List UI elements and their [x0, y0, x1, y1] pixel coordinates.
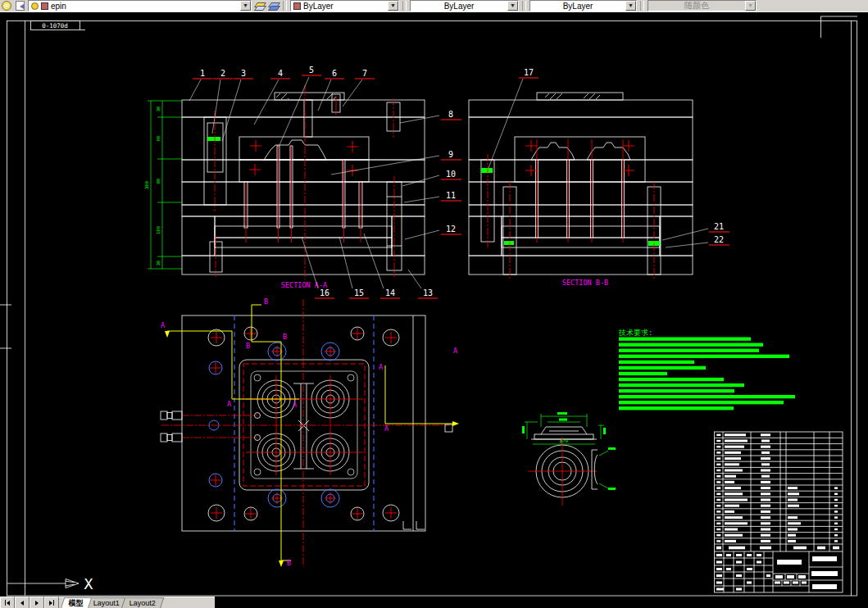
layer-color-swatch	[41, 2, 48, 10]
sheet-corner-label-box: 0-1070d	[31, 21, 86, 30]
svg-text:10: 10	[446, 170, 456, 179]
svg-text:A: A	[293, 401, 297, 409]
svg-text:A: A	[227, 400, 231, 408]
object-properties-toolbar: epin ▼ ByLayer ▼ ByLayer ▼ ByLayer ▼ 随颜色…	[0, 0, 868, 12]
layers-blue-icon	[270, 2, 278, 10]
svg-text:300: 300	[144, 181, 149, 189]
model-space-canvas[interactable]: 0-1070d	[0, 0, 868, 608]
tab-layout2[interactable]: Layout2	[121, 597, 165, 608]
current-lineweight-name: ByLayer	[533, 2, 623, 11]
svg-text:15: 15	[354, 288, 364, 297]
svg-text:14: 14	[385, 288, 395, 297]
svg-text:1: 1	[200, 69, 205, 78]
layer-on-bulb-icon	[31, 2, 39, 10]
color-control-combo[interactable]: ByLayer ▼	[290, 0, 399, 11]
centerlines	[215, 85, 394, 279]
layer-combo[interactable]: epin ▼	[28, 0, 252, 11]
centerlines	[488, 139, 654, 279]
svg-text:100: 100	[156, 226, 161, 234]
parts-list-rows	[715, 433, 843, 549]
svg-text:6: 6	[332, 69, 337, 78]
svg-text:B: B	[287, 559, 291, 567]
current-plotstyle-name: 随颜色	[651, 0, 743, 11]
svg-text:80: 80	[156, 179, 161, 184]
current-linetype-name: ByLayer	[413, 2, 505, 11]
plotstyle-control-combo: 随颜色 ▼	[648, 0, 757, 11]
toolbar-separator	[283, 1, 287, 11]
highlight-green	[207, 137, 220, 141]
detail-circular-view	[528, 437, 597, 506]
spring-circles	[268, 343, 339, 507]
current-color-name: ByLayer	[303, 2, 334, 11]
tech-requirements-lines	[619, 338, 795, 411]
svg-text:3: 3	[241, 69, 246, 78]
dropdown-arrow-icon[interactable]: ▼	[388, 1, 398, 11]
lineweight-control-combo[interactable]: ByLayer ▼	[529, 0, 637, 11]
svg-text:7: 7	[362, 69, 367, 78]
ucs-x-axis-label: X	[84, 575, 93, 592]
svg-text:22: 22	[714, 235, 724, 244]
layer-states-button[interactable]	[267, 1, 279, 11]
dropdown-arrow-icon: ▼	[745, 1, 756, 11]
svg-text:B: B	[264, 297, 268, 306]
layer-previous-icon	[16, 1, 25, 11]
layout-tab-bar: 模型 Layout1 Layout2	[0, 597, 215, 608]
first-layout-button[interactable]	[0, 597, 15, 608]
current-color-swatch	[293, 2, 301, 10]
svg-text:A: A	[453, 347, 457, 355]
cooling-nipples	[161, 411, 182, 442]
layer-dialog-icon	[2, 1, 11, 11]
highlight-green	[504, 241, 514, 245]
ucs-icon: X	[7, 575, 93, 592]
dropdown-arrow-icon[interactable]: ▼	[625, 1, 636, 11]
toolbar-separator	[640, 1, 644, 11]
next-layout-button[interactable]	[30, 597, 44, 608]
svg-text:A: A	[379, 363, 383, 371]
layers-yellow-icon	[256, 2, 264, 10]
svg-text:60: 60	[156, 136, 161, 142]
technical-requirements-block: 技术要求:	[618, 329, 795, 410]
make-object-layer-current-button[interactable]	[253, 1, 266, 11]
previous-layout-button[interactable]	[15, 597, 30, 608]
svg-text:9: 9	[448, 150, 453, 159]
svg-text:30: 30	[156, 107, 161, 112]
cutting-plane-lines	[165, 305, 459, 567]
svg-text:21: 21	[714, 222, 724, 231]
tab-model[interactable]: 模型	[61, 597, 93, 608]
section-b-b-view: SECTION B-B	[469, 93, 693, 287]
tech-requirements-title: 技术要求:	[618, 329, 652, 337]
detail-diameter-dim: φ70	[560, 438, 568, 444]
title-block	[715, 551, 843, 592]
svg-text:17: 17	[524, 68, 534, 77]
svg-text:11: 11	[446, 191, 456, 200]
linetype-control-combo[interactable]: ByLayer ▼	[410, 0, 519, 11]
parts-list-table	[715, 432, 843, 592]
plan-view: A A A A A A B B B B	[161, 297, 459, 567]
svg-text:4: 4	[278, 69, 283, 78]
section-b-b-label: SECTION B-B	[562, 279, 608, 287]
part-detail-views: φ70	[522, 412, 616, 506]
svg-text:8: 8	[448, 110, 453, 119]
layer-properties-button[interactable]	[0, 1, 12, 11]
application-window: epin ▼ ByLayer ▼ ByLayer ▼ ByLayer ▼ 随颜色…	[0, 0, 868, 608]
svg-text:2: 2	[220, 69, 225, 78]
dropdown-arrow-icon[interactable]: ▼	[507, 1, 518, 11]
dimension-chain: 30 60 80 100 30 300	[144, 101, 182, 269]
highlight-green	[481, 168, 493, 173]
svg-text:13: 13	[423, 288, 433, 297]
sheet-corner-label: 0-1070d	[42, 22, 68, 29]
svg-text:5: 5	[309, 66, 314, 75]
plan-centerlines	[161, 299, 449, 567]
detail-side-profile	[592, 447, 616, 490]
svg-text:12: 12	[446, 225, 456, 234]
svg-text:A: A	[384, 424, 389, 433]
dropdown-arrow-icon[interactable]: ▼	[240, 1, 251, 11]
svg-text:A: A	[161, 321, 165, 329]
section-a-a-view: 30 60 80 100 30 300 SECTION A-A	[144, 85, 425, 289]
current-layer-name: epin	[51, 2, 66, 11]
last-layout-button[interactable]	[44, 597, 59, 608]
toolbar-separator	[522, 1, 526, 11]
svg-text:30: 30	[156, 261, 161, 266]
layer-previous-button[interactable]	[14, 1, 26, 11]
svg-text:B: B	[283, 333, 287, 341]
